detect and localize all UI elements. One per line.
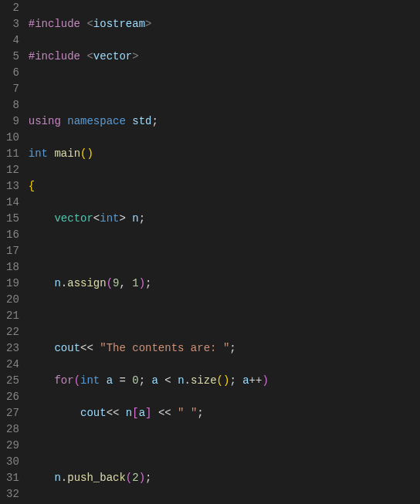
code-line: for(int a = 0; a < n.size(); a++) bbox=[29, 373, 417, 389]
line-number: 17 bbox=[6, 243, 19, 259]
line-number: 20 bbox=[6, 292, 19, 308]
code-line: #include <iostream> bbox=[29, 16, 417, 32]
line-number: 19 bbox=[6, 276, 19, 292]
line-number: 23 bbox=[6, 340, 19, 357]
code-line bbox=[29, 308, 417, 324]
line-number-gutter: 2345678910111213141516171819202122232425… bbox=[0, 0, 29, 504]
code-area[interactable]: #include <iostream> #include <vector> us… bbox=[29, 0, 420, 504]
line-number: 15 bbox=[6, 211, 19, 227]
line-number: 13 bbox=[6, 178, 19, 194]
line-number: 30 bbox=[6, 454, 19, 470]
line-number: 12 bbox=[6, 162, 19, 178]
code-line: using namespace std; bbox=[29, 113, 417, 130]
line-number: 28 bbox=[6, 421, 19, 438]
line-number: 29 bbox=[6, 438, 19, 454]
line-number: 32 bbox=[6, 486, 19, 502]
code-line: vector<int> n; bbox=[29, 211, 417, 227]
line-number: 8 bbox=[6, 97, 19, 113]
line-number: 2 bbox=[6, 0, 19, 16]
line-number: 5 bbox=[6, 49, 19, 65]
line-number: 18 bbox=[6, 259, 19, 276]
code-line: int main() bbox=[29, 146, 417, 162]
line-number: 31 bbox=[6, 470, 19, 486]
line-number: 25 bbox=[6, 373, 19, 389]
code-line bbox=[29, 438, 417, 454]
line-number: 7 bbox=[6, 81, 19, 97]
code-line: cout<< n[a] << " "; bbox=[29, 405, 417, 421]
line-number: 14 bbox=[6, 194, 19, 211]
line-number: 22 bbox=[6, 324, 19, 340]
code-line bbox=[29, 243, 417, 259]
code-line: #include <vector> bbox=[29, 49, 417, 65]
line-number: 11 bbox=[6, 146, 19, 162]
line-number: 27 bbox=[6, 405, 19, 421]
line-number: 21 bbox=[6, 308, 19, 324]
line-number: 4 bbox=[6, 32, 19, 49]
line-number: 16 bbox=[6, 227, 19, 243]
line-number: 3 bbox=[6, 16, 19, 32]
code-line bbox=[29, 81, 417, 97]
line-number: 6 bbox=[6, 65, 19, 81]
line-number: 10 bbox=[6, 130, 19, 146]
line-number: 26 bbox=[6, 389, 19, 405]
code-line: n.push_back(2); bbox=[29, 470, 417, 486]
code-line: cout<< "The contents are: "; bbox=[29, 340, 417, 357]
line-number: 24 bbox=[6, 357, 19, 373]
code-line: { bbox=[29, 178, 417, 194]
line-number: 9 bbox=[6, 113, 19, 130]
code-editor: 2345678910111213141516171819202122232425… bbox=[0, 0, 420, 504]
code-line: n.assign(9, 1); bbox=[29, 276, 417, 292]
